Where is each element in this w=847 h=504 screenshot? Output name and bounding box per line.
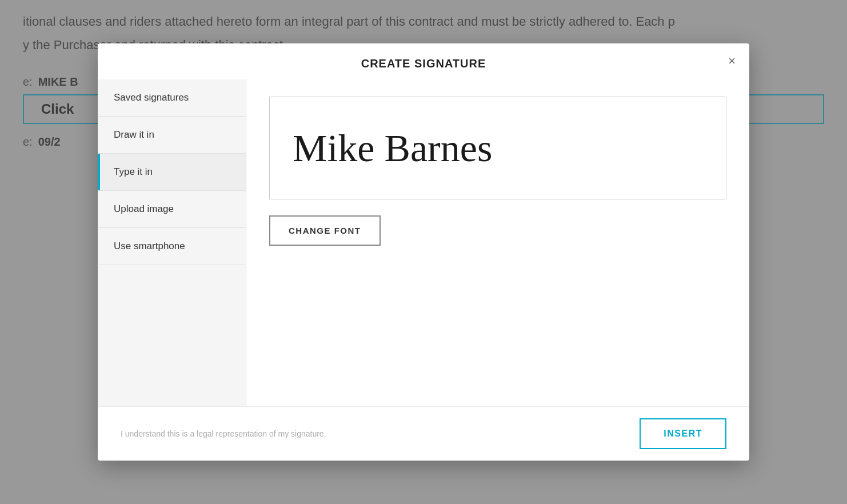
signature-preview-box: Mike Barnes <box>269 97 726 199</box>
insert-button[interactable]: INSERT <box>640 418 726 449</box>
modal-header: CREATE SIGNATURE × <box>98 43 749 79</box>
create-signature-modal: CREATE SIGNATURE × Saved signatures Draw… <box>98 43 749 461</box>
sidebar-item-type[interactable]: Type it in <box>98 154 246 191</box>
sidebar-item-draw[interactable]: Draw it in <box>98 117 246 154</box>
legal-text: I understand this is a legal representat… <box>121 428 326 440</box>
sidebar-item-upload[interactable]: Upload image <box>98 191 246 228</box>
modal-body: Saved signatures Draw it in Type it in U… <box>98 79 749 406</box>
modal-footer: I understand this is a legal representat… <box>98 406 749 461</box>
modal-main: Mike Barnes CHANGE FONT <box>246 79 749 406</box>
signature-preview-text: Mike Barnes <box>293 126 492 171</box>
modal-title: CREATE SIGNATURE <box>361 57 486 70</box>
sidebar-item-saved[interactable]: Saved signatures <box>98 79 246 117</box>
close-button[interactable]: × <box>728 55 736 67</box>
sidebar: Saved signatures Draw it in Type it in U… <box>98 79 246 406</box>
change-font-button[interactable]: CHANGE FONT <box>269 215 381 246</box>
modal-overlay: CREATE SIGNATURE × Saved signatures Draw… <box>0 0 847 504</box>
sidebar-item-smartphone[interactable]: Use smartphone <box>98 228 246 265</box>
